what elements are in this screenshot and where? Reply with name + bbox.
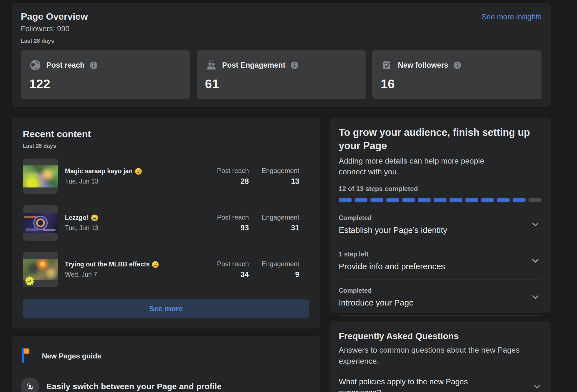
post-reach-value: 93 bbox=[216, 224, 249, 232]
badge-check-icon bbox=[381, 59, 393, 71]
flag-icon bbox=[21, 347, 34, 365]
followers-count: Followers: 990 bbox=[21, 25, 88, 33]
faq-subtitle: Answers to common questions about the ne… bbox=[339, 345, 527, 367]
section-title: Introduce your Page bbox=[339, 298, 541, 307]
switch-profile-icon bbox=[21, 377, 39, 392]
post-title: Magic saraap kayo jan bbox=[65, 167, 133, 175]
page-title: Page Overview bbox=[21, 11, 88, 22]
setup-progress-bar bbox=[339, 198, 541, 202]
new-pages-guide-title: New Pages guide bbox=[42, 352, 101, 360]
recent-content-card: Recent content Last 28 days Magic saraap… bbox=[12, 118, 320, 329]
chevron-down-icon[interactable] bbox=[531, 220, 540, 230]
setup-section-introduce[interactable]: Completed Introduce your Page bbox=[339, 279, 541, 316]
post-row[interactable]: x4 Trying out the MLBB effects 🤭 Wed, Ju… bbox=[23, 252, 309, 287]
face-with-hand-over-mouth-emoji: 🤭 bbox=[152, 261, 159, 268]
recent-content-title: Recent content bbox=[23, 129, 309, 139]
post-engagement-value: 31 bbox=[260, 224, 299, 232]
see-more-button[interactable]: See more bbox=[23, 299, 309, 318]
post-title: Lezzgo! bbox=[65, 214, 89, 222]
chevron-down-icon[interactable] bbox=[531, 256, 540, 266]
post-row[interactable]: Magic saraap kayo jan 🤭 Tue, Jun 13 Post… bbox=[23, 159, 309, 194]
progress-segment-complete bbox=[513, 198, 526, 202]
post-engagement-label: Engagement bbox=[260, 167, 299, 175]
face-with-tears-of-joy-emoji: 😂 bbox=[91, 215, 98, 221]
stat-tile-new-followers: New followers 16 bbox=[372, 50, 541, 99]
post-engagement-label: Engagement bbox=[260, 260, 299, 268]
setup-progress-text: 12 of 13 steps completed bbox=[339, 185, 541, 193]
stat-value: 16 bbox=[381, 77, 533, 91]
progress-segment-complete bbox=[355, 198, 368, 202]
post-reach-label: Post reach bbox=[216, 167, 249, 175]
stat-value: 122 bbox=[29, 77, 182, 91]
post-reach-label: Post reach bbox=[216, 260, 249, 268]
setup-sections: Completed Establish your Page’s identity… bbox=[339, 207, 541, 316]
progress-segment-complete bbox=[370, 198, 383, 202]
progress-segment-complete bbox=[402, 198, 415, 202]
post-date: Wed, Jun 7 bbox=[65, 271, 216, 278]
setup-section-identity[interactable]: Completed Establish your Page’s identity bbox=[339, 207, 541, 243]
post-date: Tue, Jun 13 bbox=[65, 178, 216, 185]
progress-segment-complete bbox=[339, 198, 352, 202]
setup-card-title: To grow your audience, finish setting up… bbox=[339, 126, 536, 152]
post-row[interactable]: Lezzgo! 😂 Tue, Jun 13 Post reach 93 Enga… bbox=[23, 205, 309, 241]
post-title: Trying out the MLBB effects bbox=[65, 261, 150, 268]
post-date: Tue, Jun 13 bbox=[65, 224, 216, 232]
setup-section-info-preferences[interactable]: 1 step left Provide info and preferences bbox=[339, 243, 541, 279]
post-engagement-value: 9 bbox=[260, 270, 299, 279]
face-with-hand-over-mouth-emoji: 🤭 bbox=[135, 168, 142, 175]
post-engagement-value: 13 bbox=[260, 177, 299, 186]
progress-segment-complete bbox=[418, 198, 431, 202]
setup-card-subtitle: Adding more details can help more people… bbox=[339, 156, 505, 177]
overview-period: Last 28 days bbox=[21, 38, 88, 44]
faq-card: Frequently Asked Questions Answers to co… bbox=[330, 321, 551, 392]
section-status: 1 step left bbox=[339, 251, 541, 258]
faq-title: Frequently Asked Questions bbox=[339, 331, 541, 341]
page-setup-card: To grow your audience, finish setting up… bbox=[330, 118, 551, 313]
stat-tiles: Post reach 122 bbox=[21, 50, 541, 99]
post-thumbnail bbox=[23, 159, 58, 194]
guide-item-switch-profile[interactable]: Easily switch between your Page and prof… bbox=[21, 377, 311, 392]
progress-segment-complete bbox=[481, 198, 494, 202]
faq-question-policies[interactable]: What policies apply to the new Pages exp… bbox=[339, 376, 541, 392]
recent-content-period: Last 28 days bbox=[23, 143, 309, 149]
info-icon[interactable] bbox=[90, 61, 98, 69]
progress-segment-complete bbox=[497, 198, 510, 202]
post-engagement-label: Engagement bbox=[260, 213, 299, 221]
stat-label: Post Engagement bbox=[222, 61, 285, 70]
progress-segment-incomplete bbox=[528, 198, 541, 202]
section-status: Completed bbox=[339, 214, 541, 222]
see-more-insights-link[interactable]: See more insights bbox=[482, 13, 541, 21]
info-icon[interactable] bbox=[290, 61, 298, 69]
stat-label: Post reach bbox=[46, 61, 85, 70]
progress-segment-complete bbox=[386, 198, 399, 202]
stat-label: New followers bbox=[398, 61, 448, 70]
post-thumbnail bbox=[23, 205, 58, 241]
post-reach-value: 28 bbox=[216, 177, 249, 186]
faq-question-text: What policies apply to the new Pages exp… bbox=[339, 376, 505, 392]
progress-segment-complete bbox=[449, 198, 462, 202]
people-icon bbox=[205, 59, 217, 71]
post-thumbnail: x4 bbox=[23, 252, 58, 287]
info-icon[interactable] bbox=[453, 61, 461, 69]
chevron-down-icon[interactable] bbox=[533, 382, 541, 392]
section-status: Completed bbox=[339, 287, 541, 294]
progress-segment-complete bbox=[465, 198, 478, 202]
guide-item-label: Easily switch between your Page and prof… bbox=[46, 382, 222, 391]
post-reach-value: 34 bbox=[216, 270, 249, 279]
section-title: Establish your Page’s identity bbox=[339, 225, 541, 235]
progress-segment-complete bbox=[434, 198, 447, 202]
stat-value: 61 bbox=[205, 77, 358, 91]
globe-icon bbox=[29, 59, 41, 71]
facebook-page-dashboard: Page Overview Followers: 990 Last 28 day… bbox=[0, 0, 577, 392]
new-pages-guide-card: New Pages guide Easily switch between yo… bbox=[12, 336, 320, 392]
post-reach-label: Post reach bbox=[216, 213, 249, 221]
chevron-down-icon[interactable] bbox=[531, 292, 540, 302]
stat-tile-post-engagement: Post Engagement 61 bbox=[197, 50, 366, 99]
page-overview-card: Page Overview Followers: 990 Last 28 day… bbox=[12, 3, 551, 107]
post-list: Magic saraap kayo jan 🤭 Tue, Jun 13 Post… bbox=[23, 159, 309, 287]
stat-tile-post-reach: Post reach 122 bbox=[21, 50, 190, 99]
section-title: Provide info and preferences bbox=[339, 262, 541, 271]
